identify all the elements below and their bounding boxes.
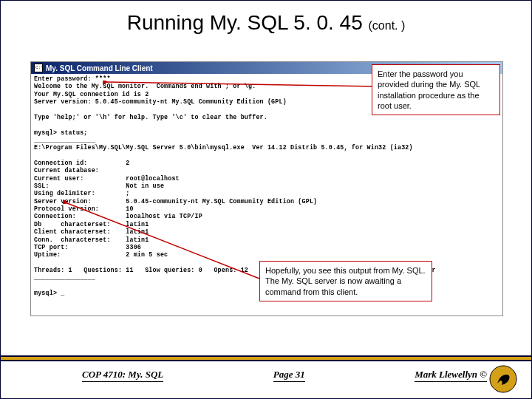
title-cont: (cont. ) (369, 19, 406, 32)
title-main: Running My. SQL 5. 0. 45 (127, 11, 369, 34)
console-icon (34, 64, 43, 72)
slide: Running My. SQL 5. 0. 45 (cont. ) My. SQ… (0, 0, 532, 399)
console-titlebar-text: My. SQL Command Line Client (46, 64, 153, 72)
ucf-pegasus-logo (488, 364, 518, 394)
callout-password: Enter the password you provided during t… (372, 64, 500, 115)
footer-left: COP 4710: My. SQL (82, 369, 163, 382)
callout-output: Hopefully, you see this output from My. … (259, 261, 432, 301)
slide-title: Running My. SQL 5. 0. 45 (cont. ) (1, 1, 531, 38)
footer-right: Mark Llewellyn © (415, 369, 487, 382)
footer-center: Page 31 (273, 369, 305, 382)
footer-content: COP 4710: My. SQL Page 31 Mark Llewellyn… (1, 361, 531, 382)
footer: COP 4710: My. SQL Page 31 Mark Llewellyn… (1, 355, 531, 398)
